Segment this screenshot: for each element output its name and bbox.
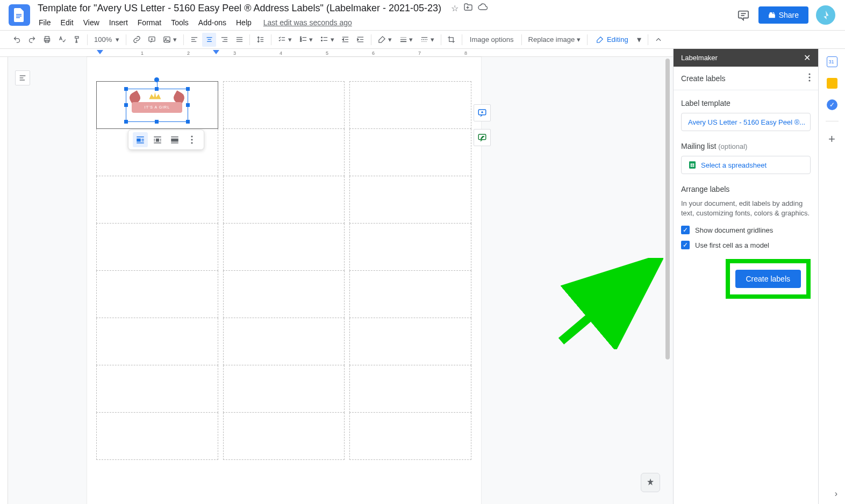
doc-title[interactable]: Template for "Avery US Letter - 5160 Eas… (34, 2, 445, 15)
label-cell[interactable] (350, 129, 471, 176)
vertical-ruler[interactable] (0, 57, 8, 504)
add-comment-button[interactable] (145, 33, 159, 47)
label-cell[interactable] (223, 413, 345, 460)
crop-button[interactable] (445, 33, 459, 47)
redo-button[interactable] (25, 33, 39, 47)
wrap-text-button[interactable] (150, 132, 165, 147)
paint-format-button[interactable] (70, 33, 84, 47)
rotate-handle[interactable] (154, 77, 159, 82)
menu-help[interactable]: Help (232, 16, 256, 29)
image-options-button[interactable]: Image options (466, 33, 518, 46)
label-cell[interactable] (350, 365, 471, 413)
collapse-toolbar-button[interactable] (651, 33, 665, 47)
keep-icon[interactable] (827, 78, 837, 89)
indent-button[interactable] (354, 33, 368, 47)
addons-plus-icon[interactable]: + (827, 132, 837, 143)
comment-history-icon[interactable] (736, 8, 751, 23)
label-cell[interactable] (350, 318, 471, 365)
menu-addons[interactable]: Add-ons (194, 16, 231, 29)
label-template-select[interactable]: Avery US Letter - 5160 Easy Peel ®... (681, 113, 811, 131)
share-button[interactable]: Share (758, 6, 808, 24)
document-page[interactable]: IT'S A GIRL (87, 57, 481, 504)
document-canvas[interactable]: 1 2 3 4 5 6 7 8 (0, 49, 673, 504)
explore-button[interactable] (641, 473, 660, 492)
border-weight-dropdown[interactable]: ▾ (396, 33, 417, 47)
menu-edit[interactable]: Edit (56, 16, 78, 29)
wrap-inline-button[interactable] (133, 132, 148, 147)
label-cell[interactable] (97, 318, 218, 365)
border-dash-dropdown[interactable]: ▾ (417, 33, 438, 47)
side-panel-collapse-icon[interactable]: › (835, 489, 837, 499)
label-cell[interactable] (350, 176, 471, 224)
calendar-icon[interactable] (827, 56, 837, 67)
menu-tools[interactable]: Tools (167, 16, 193, 29)
svg-point-70 (808, 76, 810, 78)
menu-file[interactable]: File (34, 16, 55, 29)
label-cell[interactable] (350, 413, 471, 460)
indent-marker-right[interactable] (213, 50, 219, 56)
align-center-button[interactable] (202, 33, 216, 47)
label-cell[interactable] (223, 271, 345, 318)
replace-image-dropdown[interactable]: Replace image ▾ (525, 33, 584, 46)
numbered-list-dropdown[interactable]: 12 ▾ (296, 33, 317, 47)
border-color-dropdown[interactable]: ▾ (375, 33, 395, 47)
editing-mode-dropdown[interactable]: Editing ▾ (591, 32, 645, 47)
tasks-icon[interactable]: ✓ (827, 99, 837, 110)
suggest-margin-button[interactable] (474, 129, 491, 146)
docs-logo[interactable] (9, 4, 30, 26)
star-icon[interactable]: ☆ (451, 3, 459, 13)
svg-point-28 (321, 37, 323, 38)
avatar[interactable] (816, 5, 835, 25)
label-cell[interactable] (97, 365, 218, 413)
bulleted-list-dropdown[interactable]: ▾ (317, 33, 338, 47)
label-cell[interactable] (223, 318, 345, 365)
spellcheck-button[interactable] (55, 33, 69, 47)
outdent-button[interactable] (339, 33, 353, 47)
align-right-button[interactable] (217, 33, 231, 47)
wrap-break-button[interactable] (167, 132, 182, 147)
scrollbar-thumb[interactable] (665, 59, 670, 359)
create-labels-button[interactable]: Create labels (735, 270, 801, 288)
checklist-dropdown[interactable]: ▾ (275, 33, 295, 47)
label-cell[interactable] (97, 176, 218, 224)
insert-image-dropdown[interactable]: ▾ (160, 33, 180, 47)
close-icon[interactable]: ✕ (804, 53, 811, 63)
checkbox-checked-icon: ✓ (681, 226, 690, 234)
label-cell[interactable] (223, 129, 345, 176)
select-spreadsheet-button[interactable]: Select a spreadsheet (681, 156, 811, 174)
horizontal-ruler[interactable]: 1 2 3 4 5 6 7 8 (0, 49, 673, 57)
label-cell[interactable] (223, 176, 345, 224)
label-cell[interactable] (350, 224, 471, 271)
scrollbar[interactable] (665, 59, 670, 402)
indent-marker-left[interactable] (97, 50, 103, 56)
cloud-status-icon[interactable] (478, 3, 488, 13)
label-cell[interactable] (223, 82, 345, 129)
menu-view[interactable]: View (79, 16, 104, 29)
undo-button[interactable] (10, 33, 24, 47)
label-cell[interactable] (97, 413, 218, 460)
insert-link-button[interactable] (130, 33, 144, 47)
label-cell[interactable] (97, 271, 218, 318)
menu-insert[interactable]: Insert (105, 16, 132, 29)
label-cell[interactable] (350, 271, 471, 318)
label-cell-first[interactable]: IT'S A GIRL (97, 82, 218, 129)
align-left-button[interactable] (187, 33, 201, 47)
gridlines-checkbox[interactable]: ✓ Show document gridlines (681, 226, 811, 234)
outline-toggle-button[interactable] (15, 70, 30, 85)
line-spacing-dropdown[interactable] (253, 33, 268, 47)
wrap-more-button[interactable] (184, 132, 199, 147)
last-edit[interactable]: Last edit was seconds ago (261, 16, 354, 29)
label-cell[interactable] (350, 82, 471, 129)
menu-format[interactable]: Format (133, 16, 166, 29)
print-button[interactable] (40, 33, 54, 47)
align-justify-button[interactable] (232, 33, 246, 47)
first-cell-checkbox[interactable]: ✓ Use first cell as a model (681, 241, 811, 249)
label-cell[interactable] (223, 365, 345, 413)
add-comment-margin-button[interactable] (474, 104, 491, 121)
label-cell[interactable] (223, 224, 345, 271)
sidebar-more-icon[interactable] (808, 73, 811, 83)
move-icon[interactable] (464, 3, 472, 13)
selected-image[interactable]: IT'S A GIRL (126, 89, 188, 122)
label-cell[interactable] (97, 224, 218, 271)
zoom-dropdown[interactable]: 100% ▾ (91, 33, 123, 47)
